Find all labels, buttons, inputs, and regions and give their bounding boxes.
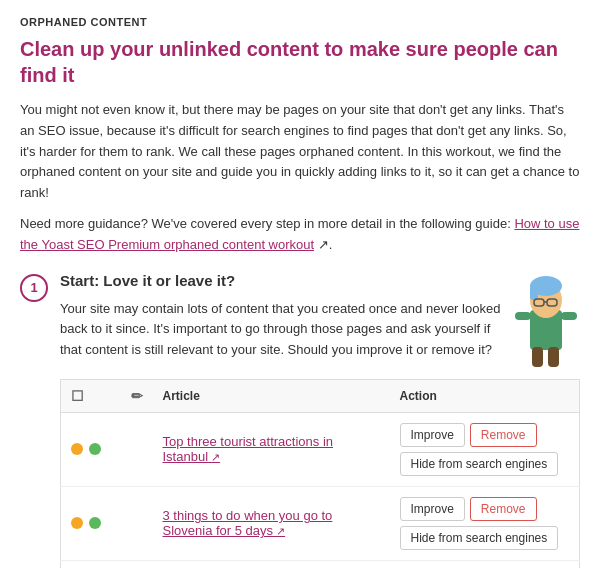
svg-rect-3 [530,286,538,300]
step-text: Start: Love it or leave it? Your site ma… [60,272,502,375]
table-row: 3 things to do when you go to Slovenia f… [61,486,580,560]
svg-rect-8 [561,312,577,320]
status-dots-cell [61,486,121,560]
article-cell: 3 things to do when you go to Slovenia f… [153,486,390,560]
step-1-container: 1 Start: Love it or leave it? Your site … [20,272,580,568]
improve-button[interactable]: Improve [400,423,465,447]
orange-dot [71,517,83,529]
guide-prefix: Need more guidance? We've covered every … [20,216,511,231]
external-link-icon: ↗ [318,237,329,252]
th-action: Action [390,379,580,412]
step-number: 1 [20,274,48,302]
table-row: Top three tourist attractions in Istanbu… [61,412,580,486]
status-dots-cell [61,412,121,486]
svg-rect-7 [515,312,531,320]
step-description: Your site may contain lots of content th… [60,299,502,361]
action-cell: Improve Remove Hide from search engines [390,560,580,568]
article-link[interactable]: 3 things to do when you go to Slovenia f… [163,508,333,538]
th-article: Article [153,379,390,412]
orange-dot [71,443,83,455]
th-edit-icon: ✏ [121,379,153,412]
improve-button[interactable]: Improve [400,497,465,521]
edit-cell [121,412,153,486]
checkbox-icon: ☐ [71,388,84,404]
edit-cell [121,560,153,568]
article-cell: Eat, travel, love [153,560,390,568]
svg-rect-10 [548,347,559,367]
step-body: Start: Love it or leave it? Your site ma… [60,272,580,375]
hide-search-button[interactable]: Hide from search engines [400,526,559,550]
status-dots-cell [61,560,121,568]
action-row-2: Improve Remove [400,497,537,521]
step-title: Start: Love it or leave it? [60,272,502,289]
remove-button[interactable]: Remove [470,423,537,447]
page-title: Clean up your unlinked content to make s… [20,36,580,88]
step-content: Start: Love it or leave it? Your site ma… [60,272,580,568]
th-status-icon: ☐ [61,379,121,412]
articles-table: ☐ ✏ Article Action [60,379,580,568]
character-illustration [510,272,580,362]
article-link[interactable]: Top three tourist attractions in Istanbu… [163,434,334,464]
svg-rect-9 [532,347,543,367]
remove-button[interactable]: Remove [470,497,537,521]
hide-search-button[interactable]: Hide from search engines [400,452,559,476]
page-description: You might not even know it, but there ma… [20,100,580,204]
green-dot [89,517,101,529]
article-cell: Top three tourist attractions in Istanbu… [153,412,390,486]
action-cell: Improve Remove Hide from search engines [390,412,580,486]
guide-text: Need more guidance? We've covered every … [20,214,580,256]
table-row: Eat, travel, love Improve Remove Hide fr… [61,560,580,568]
action-row-1: Improve Remove [400,423,537,447]
section-label: ORPHANED CONTENT [20,16,580,28]
green-dot [89,443,101,455]
edit-cell [121,486,153,560]
pencil-icon: ✏ [131,388,143,404]
action-cell: Improve Remove Hide from search engines [390,486,580,560]
